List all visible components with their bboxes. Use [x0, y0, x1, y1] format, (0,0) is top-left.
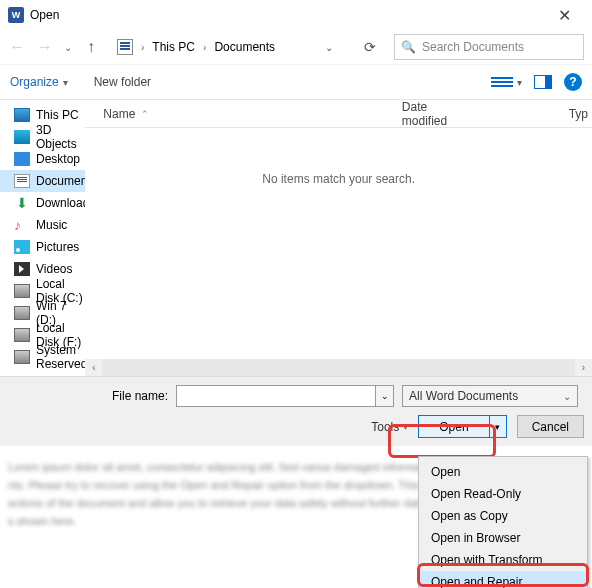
sort-caret-icon: ⌃: [141, 109, 149, 119]
open-button[interactable]: Open: [419, 416, 489, 437]
open-dropdown-icon[interactable]: ▾: [490, 416, 506, 437]
i-3d-icon: [14, 130, 30, 144]
i-pc-icon: [14, 108, 30, 122]
tree-item[interactable]: 3D Objects: [0, 126, 85, 148]
file-type-filter[interactable]: All Word Documents ⌄: [402, 385, 578, 407]
open-split-button[interactable]: Open ▾: [418, 415, 506, 438]
tree-item-label: This PC: [36, 108, 79, 122]
horizontal-scrollbar[interactable]: ‹ ›: [85, 359, 592, 376]
folder-tree[interactable]: This PC3D ObjectsDesktopDocuments⬇Downlo…: [0, 100, 85, 376]
preview-pane-icon[interactable]: [534, 75, 552, 89]
tree-item[interactable]: Desktop: [0, 148, 85, 170]
tree-item-label: Desktop: [36, 152, 80, 166]
breadcrumb-folder[interactable]: Documents: [214, 40, 275, 54]
scroll-left-icon[interactable]: ‹: [85, 359, 102, 376]
tree-item-label: Downloads: [36, 196, 85, 210]
menu-item[interactable]: Open Read-Only: [419, 483, 587, 505]
close-icon[interactable]: ✕: [544, 6, 584, 25]
chevron-right-icon: ›: [141, 42, 144, 53]
tree-item-label: Videos: [36, 262, 72, 276]
scroll-right-icon[interactable]: ›: [575, 359, 592, 376]
menu-item[interactable]: Open and Repair: [419, 571, 587, 588]
i-doc-icon: [14, 174, 30, 188]
forward-icon: →: [36, 38, 54, 56]
i-disk-icon: [14, 306, 30, 320]
tree-item[interactable]: ♪Music: [0, 214, 85, 236]
tree-item[interactable]: ⬇Downloads: [0, 192, 85, 214]
chevron-down-icon: ⌄: [563, 391, 571, 402]
i-dl-icon: ⬇: [14, 196, 30, 210]
tree-item[interactable]: System Reserved⌄: [0, 346, 85, 368]
tree-item-label: Documents: [36, 174, 85, 188]
up-icon[interactable]: ↑: [82, 38, 100, 56]
chevron-right-icon: ›: [203, 42, 206, 53]
tree-item[interactable]: Pictures: [0, 236, 85, 258]
view-options-button[interactable]: ▾: [491, 73, 522, 91]
location-icon: [117, 39, 133, 55]
menu-item[interactable]: Open with Transform: [419, 549, 587, 571]
filename-dropdown-icon[interactable]: ⌄: [376, 385, 394, 407]
menu-item[interactable]: Open as Copy: [419, 505, 587, 527]
tree-item-label: 3D Objects: [36, 123, 85, 151]
menu-item[interactable]: Open in Browser: [419, 527, 587, 549]
i-disk-icon: [14, 284, 30, 298]
i-vid-icon: [14, 262, 30, 276]
list-view-icon: [491, 73, 513, 91]
breadcrumb-root[interactable]: This PC: [152, 40, 195, 54]
i-mus-icon: ♪: [14, 218, 30, 232]
file-list-pane: Name⌃ Date modified Typ No items match y…: [85, 100, 592, 376]
new-folder-button[interactable]: New folder: [94, 75, 151, 89]
open-dropdown-menu[interactable]: OpenOpen Read-OnlyOpen as CopyOpen in Br…: [418, 456, 588, 588]
chevron-down-icon: ▾: [403, 421, 408, 432]
window-title: Open: [30, 8, 544, 22]
search-icon: 🔍: [401, 40, 416, 54]
i-disk-icon: [14, 350, 30, 364]
search-placeholder: Search Documents: [422, 40, 524, 54]
chevron-down-icon: ▾: [517, 77, 522, 88]
filename-label: File name:: [8, 389, 168, 403]
search-input[interactable]: 🔍 Search Documents: [394, 34, 584, 60]
help-icon[interactable]: ?: [564, 73, 582, 91]
breadcrumb-expand-icon[interactable]: ⌄: [325, 42, 333, 53]
i-disk-icon: [14, 328, 30, 342]
word-app-icon: W: [8, 7, 24, 23]
history-chevron-icon[interactable]: ⌄: [64, 42, 72, 53]
breadcrumb[interactable]: › This PC › Documents ⌄: [110, 34, 346, 60]
i-pic-icon: [14, 240, 30, 254]
tree-item-label: Music: [36, 218, 67, 232]
cancel-button[interactable]: Cancel: [517, 415, 584, 438]
menu-item[interactable]: Open: [419, 461, 587, 483]
column-headers[interactable]: Name⌃ Date modified Typ: [85, 100, 592, 128]
column-type[interactable]: Typ: [569, 107, 588, 121]
column-name[interactable]: Name: [103, 107, 135, 121]
column-date[interactable]: Date modified: [402, 100, 469, 128]
tree-item-label: Pictures: [36, 240, 79, 254]
organize-button[interactable]: Organize ▾: [10, 75, 68, 89]
back-icon: ←: [8, 38, 26, 56]
empty-message: No items match your search.: [85, 172, 592, 186]
tree-item-label: System Reserved: [36, 343, 85, 371]
filename-input[interactable]: [176, 385, 376, 407]
refresh-icon[interactable]: ⟳: [356, 39, 384, 55]
tools-button[interactable]: Tools ▾: [371, 420, 408, 434]
chevron-down-icon: ▾: [63, 77, 68, 88]
i-desk-icon: [14, 152, 30, 166]
tree-item[interactable]: Documents: [0, 170, 85, 192]
scroll-track[interactable]: [102, 359, 575, 376]
